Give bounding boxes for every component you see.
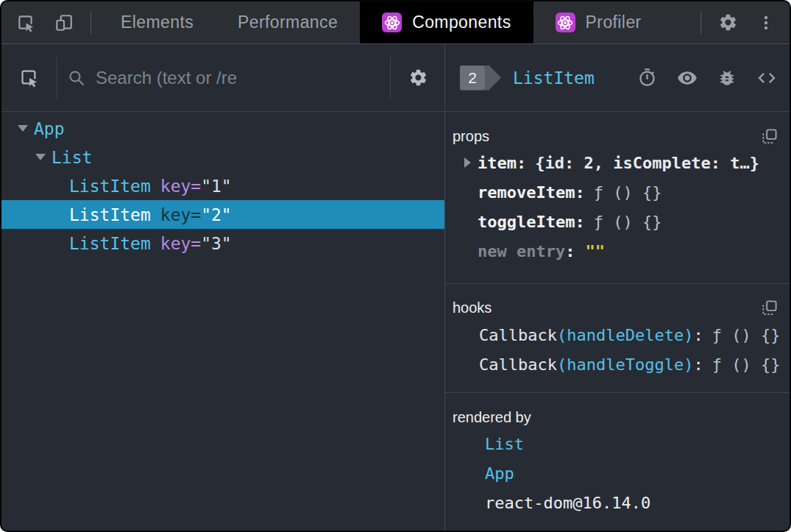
gear-icon [718,13,738,32]
inspect-cursor-icon [19,68,39,88]
selected-component-header: 2 ListItem [445,44,790,112]
prop-name: removeItem [478,183,575,202]
prop-name: item [478,154,517,172]
rendered-by-section: rendered by List App react-dom@16.14.0 [445,393,790,531]
inspect-cursor-icon [16,13,35,32]
devtools-topbar: Elements Performance Components Profiler [1,1,790,44]
search-icon [68,69,85,87]
components-panel: App List ListItemkey="1" ListItemkey="2"… [1,44,790,531]
view-settings-button[interactable] [401,68,444,88]
owner-link[interactable]: List [485,435,524,453]
prop-row-new-entry[interactable]: new entry:"" [445,236,790,266]
new-entry-name-input[interactable]: new entry [478,242,565,260]
component-name: ListItem [69,177,151,196]
inspect-dom-button[interactable] [677,68,698,88]
chevron-down-icon[interactable] [35,154,46,160]
bug-icon [717,68,737,88]
new-entry-value-input[interactable]: "" [585,242,605,260]
prop-value: ƒ () {} [594,183,662,202]
toolbar-separator [57,57,57,99]
tree-row-list[interactable]: List [1,143,444,171]
component-tree: App List ListItemkey="1" ListItemkey="2"… [1,112,444,531]
hook-name: (handleToggle) [557,355,693,374]
copy-props-button[interactable] [761,128,778,145]
eye-icon [677,68,698,88]
tree-row-listitem-1[interactable]: ListItemkey="1" [1,171,444,200]
prop-row-toggleitem[interactable]: toggleItem:ƒ () {} [445,207,790,236]
section-title: props [453,128,489,145]
owner-link[interactable]: App [485,464,514,483]
prop-row-item[interactable]: item:{id: 2, isComplete: t…} [445,148,790,177]
component-name: List [52,148,92,167]
tab-elements[interactable]: Elements [99,1,216,43]
tab-components[interactable]: Components [360,1,533,43]
react-logo-icon [556,13,575,32]
device-toolbar-button[interactable] [45,1,83,43]
tree-toolbar [1,44,444,112]
toolbar-separator [390,57,391,99]
react-logo-icon [382,13,402,32]
key-attribute: key= [160,234,201,253]
hook-value: ƒ () {} [712,326,781,344]
tab-performance[interactable]: Performance [216,1,360,43]
colon: : [575,183,584,202]
search-input[interactable] [96,68,380,88]
key-attribute: key= [160,205,201,224]
tab-label: Profiler [586,13,642,32]
more-options-button[interactable] [748,1,790,43]
inspect-element-button[interactable] [1,1,45,43]
props-section: props item:{id: 2, isComplete: t…} remov… [445,112,790,284]
code-brackets-icon [756,68,777,88]
colon: : [693,355,703,374]
log-component-button[interactable] [717,68,737,88]
devtools-window: Elements Performance Components Profiler [0,0,791,532]
topbar-separator [91,12,91,34]
topbar-separator [700,12,701,34]
hook-type: Callback [479,355,557,374]
prop-name: toggleItem [478,213,575,231]
colon: : [693,326,703,344]
prop-value: ƒ () {} [594,213,662,231]
rendered-by-row-renderer: react-dom@16.14.0 [445,488,790,517]
component-tree-pane: App List ListItemkey="1" ListItemkey="2"… [1,44,445,531]
key-attribute: key= [160,177,201,196]
chevron-down-icon[interactable] [18,125,28,132]
component-inspector-pane: 2 ListItem [445,44,790,531]
component-name: ListItem [69,205,151,224]
suspense-toggle-button[interactable] [637,68,657,88]
prop-value: {id: 2, isComplete: t…} [535,154,759,172]
tab-label: Performance [238,13,338,32]
tree-row-listitem-3[interactable]: ListItemkey="3" [1,229,444,258]
devtools-settings-button[interactable] [709,1,748,43]
tree-row-listitem-2-selected[interactable]: ListItemkey="2" [1,200,444,229]
kebab-menu-icon [757,14,775,32]
hook-name: (handleDelete) [557,326,693,344]
hooks-section: hooks Callback(handleDelete):ƒ () {} Cal… [445,284,790,393]
badge-count: 2 [460,65,485,91]
view-source-button[interactable] [756,68,777,88]
copy-hooks-button[interactable] [761,299,778,316]
tree-row-app[interactable]: App [1,114,444,143]
renderer-version: react-dom@16.14.0 [485,494,650,512]
stopwatch-icon [637,68,657,88]
key-value: "1" [201,177,232,196]
prop-row-removeitem[interactable]: removeItem:ƒ () {} [445,177,790,207]
rendered-by-row-list[interactable]: List [445,429,790,458]
gear-icon [408,68,428,88]
colon: : [565,242,575,260]
chevron-right-icon[interactable] [464,157,471,168]
section-title: hooks [453,299,492,316]
owners-stack-badge[interactable]: 2 [460,65,501,91]
tab-profiler[interactable]: Profiler [533,1,664,43]
key-value: "2" [201,205,232,224]
hook-row-handletoggle[interactable]: Callback(handleToggle):ƒ () {} [445,351,790,379]
hook-value: ƒ () {} [712,355,781,374]
select-component-button[interactable] [1,68,46,88]
copy-icon [761,128,778,145]
key-value: "3" [201,234,232,253]
rendered-by-row-app[interactable]: App [445,458,790,488]
component-name: App [34,119,65,138]
device-toolbar-icon [54,13,74,32]
tab-label: Elements [121,13,194,32]
hook-row-handledelete[interactable]: Callback(handleDelete):ƒ () {} [445,322,790,350]
